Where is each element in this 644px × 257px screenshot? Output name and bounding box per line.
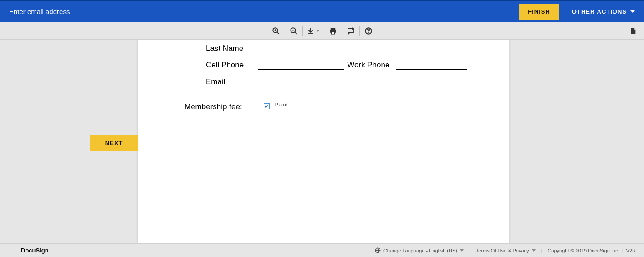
field-phones: Cell Phone Work Phone [206, 60, 467, 70]
help-icon [364, 27, 373, 35]
field-last-name: Last Name [206, 43, 466, 53]
print-button[interactable] [324, 25, 342, 37]
thumbnails-icon [629, 27, 637, 35]
work-phone-input[interactable] [396, 60, 467, 70]
next-button[interactable]: NEXT [90, 135, 138, 151]
svg-rect-11 [331, 31, 335, 34]
zoom-in-icon [272, 27, 280, 35]
toolbar-tools [267, 25, 377, 37]
check-icon [264, 104, 269, 109]
cell-phone-label: Cell Phone [206, 60, 244, 70]
terms-dropdown[interactable]: Terms Of Use & Privacy [476, 248, 536, 253]
last-name-input[interactable] [258, 43, 466, 53]
other-actions-dropdown[interactable]: OTHER ACTIONS [572, 8, 635, 15]
download-button[interactable] [303, 25, 324, 37]
help-button[interactable] [360, 25, 377, 37]
change-language-label: Change Language - English (US) [383, 248, 457, 253]
comment-icon [347, 27, 355, 35]
svg-point-15 [368, 32, 368, 33]
document-canvas: Last Name Cell Phone Work Phone Email Me… [0, 40, 644, 243]
document-page: Last Name Cell Phone Work Phone Email Me… [138, 40, 509, 243]
paid-label: Paid [275, 102, 289, 107]
field-email: Email [206, 76, 466, 86]
footer-divider: | [469, 248, 470, 253]
header-bar: Enter email address FINISH OTHER ACTIONS [0, 0, 644, 22]
change-language-dropdown[interactable]: Change Language - English (US) [375, 247, 464, 253]
svg-line-1 [277, 32, 279, 34]
download-icon [307, 27, 315, 35]
footer-bar: DocuSign Change Language - English (US) … [0, 243, 644, 257]
other-actions-label: OTHER ACTIONS [572, 8, 627, 15]
chevron-down-icon [630, 10, 635, 13]
globe-icon [375, 247, 381, 253]
footer-divider: | [541, 248, 542, 253]
membership-fee-label: Membership fee: [184, 102, 242, 111]
document-toolbar [0, 22, 644, 40]
header-title: Enter email address [9, 8, 70, 15]
print-icon [329, 27, 337, 35]
version-text: V2R [626, 248, 636, 253]
last-name-label: Last Name [206, 44, 243, 53]
chevron-down-icon [532, 249, 536, 252]
chevron-down-icon [316, 30, 320, 32]
thumbnails-toggle[interactable] [626, 22, 640, 40]
copyright-text: Copyright © 2019 DocuSign Inc. [547, 248, 619, 253]
footer-divider: | [622, 248, 624, 253]
email-input[interactable] [257, 76, 466, 86]
brand-logo: DocuSign [21, 247, 49, 254]
svg-line-5 [295, 32, 297, 34]
zoom-out-icon [290, 27, 298, 35]
field-membership-fee: Membership fee: Paid [184, 101, 463, 111]
cell-phone-input[interactable] [258, 60, 344, 70]
comment-button[interactable] [342, 25, 359, 37]
email-label: Email [206, 77, 225, 86]
zoom-in-button[interactable] [267, 25, 285, 37]
finish-button[interactable]: FINISH [519, 4, 559, 20]
zoom-out-button[interactable] [285, 25, 302, 37]
paid-checkbox[interactable] [264, 103, 270, 109]
svg-rect-9 [330, 28, 335, 30]
membership-fee-line: Paid [256, 101, 463, 111]
work-phone-label: Work Phone [347, 60, 389, 70]
chevron-down-icon [460, 249, 464, 252]
terms-label: Terms Of Use & Privacy [476, 248, 529, 253]
